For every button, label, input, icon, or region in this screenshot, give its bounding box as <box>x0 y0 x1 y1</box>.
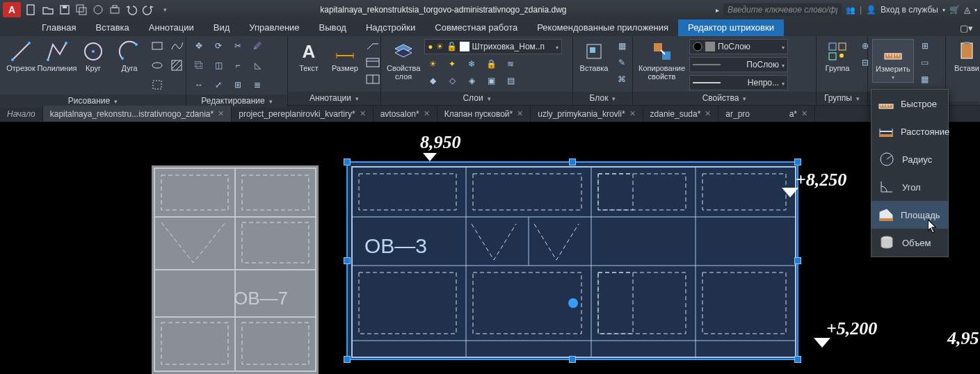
tab-start[interactable]: Начало <box>0 106 43 122</box>
mirror-icon[interactable]: ◫ <box>210 58 227 72</box>
paste-button[interactable]: Встави <box>950 39 980 74</box>
close-icon[interactable]: ✕ <box>629 109 636 118</box>
hatch-icon[interactable] <box>168 58 185 72</box>
measure-radius[interactable]: Радиус <box>871 145 948 173</box>
tab-manage[interactable]: Управление <box>239 19 309 36</box>
block-insert-button[interactable]: Вставка <box>577 39 611 74</box>
undo-icon[interactable] <box>125 3 138 16</box>
grip[interactable] <box>569 158 576 165</box>
open-icon[interactable] <box>42 3 54 16</box>
stretch-icon[interactable]: ↔ <box>191 78 207 92</box>
qat-dropdown-icon[interactable]: ▾ <box>159 3 171 16</box>
block-attr-icon[interactable]: ⌘ <box>613 72 630 86</box>
redo-icon[interactable] <box>142 3 154 16</box>
tab-file-6[interactable]: zdanie_suda*✕ <box>643 106 719 122</box>
cart-icon[interactable]: 🛒 <box>949 5 960 15</box>
grip[interactable] <box>344 257 351 264</box>
text-button[interactable]: AТекст <box>292 39 326 74</box>
table-icon[interactable] <box>364 56 381 70</box>
layer-e-icon[interactable]: ▤ <box>502 74 519 88</box>
layer-combo[interactable]: ● ☀ 🔓 Штриховка_Ном..п <box>424 39 562 54</box>
tab-file-7[interactable]: ar_pro a*✕ <box>718 106 815 122</box>
move-icon[interactable]: ✥ <box>191 39 207 53</box>
grip[interactable] <box>794 158 801 165</box>
table2-icon[interactable] <box>364 72 381 86</box>
line-button[interactable]: Отрезок <box>4 39 38 74</box>
color-combo[interactable]: ПоСлою <box>689 39 788 54</box>
new-icon[interactable] <box>25 3 38 16</box>
chamfer-icon[interactable]: ◺ <box>249 58 266 72</box>
tab-file-4[interactable]: Клапан пусковой*✕ <box>437 106 531 122</box>
dimension-button[interactable]: Размер <box>328 39 362 74</box>
layer-off-icon[interactable]: ✦ <box>444 57 460 71</box>
tab-output[interactable]: Вывод <box>310 19 356 36</box>
match-properties-button[interactable]: Копирование свойств <box>637 39 686 82</box>
search-group-icon[interactable]: 👥 <box>846 6 856 15</box>
grip[interactable] <box>569 356 576 363</box>
layer-iso-icon[interactable]: ☀ <box>424 57 441 71</box>
spline-icon[interactable] <box>168 39 185 53</box>
close-icon[interactable]: ✕ <box>517 109 523 118</box>
close-icon[interactable]: ✕ <box>705 109 711 118</box>
close-icon[interactable]: ✕ <box>360 109 366 118</box>
array-icon[interactable]: ⊞ <box>230 78 246 92</box>
rectangle-icon[interactable] <box>149 39 166 53</box>
layer-properties-button[interactable]: Свойства слоя <box>385 39 421 82</box>
grip[interactable] <box>344 356 351 363</box>
arc-button[interactable]: Дуга <box>113 39 146 74</box>
block-edit-icon[interactable]: ✎ <box>613 56 630 70</box>
polyline-button[interactable]: Полилиния <box>40 39 74 74</box>
tab-home[interactable]: Главная <box>32 19 86 36</box>
tab-file-2[interactable]: project_pereplanirovki_kvartiry*✕ <box>232 106 373 122</box>
layer-freeze-icon[interactable]: ❄ <box>463 57 480 71</box>
count-icon[interactable]: ⊞ <box>917 39 933 53</box>
panel-annot-title[interactable]: Аннотации <box>310 93 351 103</box>
save-icon[interactable] <box>58 3 71 16</box>
trim-icon[interactable]: ✂ <box>230 39 246 53</box>
grip[interactable] <box>794 356 801 363</box>
tab-file-5[interactable]: uzly_primykania_krovli*✕ <box>531 106 643 122</box>
share-icon[interactable]: ▸ <box>716 6 719 14</box>
rotate-icon[interactable]: ⟳ <box>210 39 227 53</box>
group-button[interactable]: Группа <box>821 39 854 74</box>
grip[interactable] <box>344 158 351 165</box>
panel-layers-title[interactable]: Слои <box>463 93 483 103</box>
tab-file-1[interactable]: kapitalnaya_rekonstru...istrativnogo_zda… <box>43 106 232 122</box>
layer-lock-icon[interactable]: 🔒 <box>483 57 499 71</box>
keyword-search-input[interactable] <box>723 3 842 16</box>
tab-view[interactable]: Вид <box>204 19 240 36</box>
copy-icon[interactable]: ⿻ <box>191 58 207 72</box>
panel-modify-title[interactable]: Редактирование <box>201 96 264 106</box>
close-icon[interactable]: ✕ <box>218 109 224 118</box>
panel-group-title[interactable]: Группы <box>824 93 852 103</box>
app-logo[interactable]: A <box>3 2 21 17</box>
qselect-icon[interactable]: ▦ <box>917 72 933 86</box>
offset-icon[interactable]: ≣ <box>249 78 266 92</box>
close-icon[interactable]: ✕ <box>801 109 808 118</box>
close-icon[interactable]: ✕ <box>424 109 430 118</box>
lineweight-combo[interactable]: ПоСлою <box>689 57 788 72</box>
tab-featured[interactable]: Рекомендованные приложения <box>527 19 678 36</box>
panel-props-title[interactable]: Свойства <box>702 93 739 103</box>
measure-button[interactable]: Измерить▾ <box>872 39 914 83</box>
grip[interactable] <box>794 257 801 264</box>
block-create-icon[interactable]: ▦ <box>613 39 630 53</box>
ellipse-icon[interactable] <box>149 58 166 72</box>
tab-annotate[interactable]: Аннотации <box>139 19 204 36</box>
select-icon[interactable]: ▭ <box>917 56 933 70</box>
circle-button[interactable]: Круг <box>77 39 110 74</box>
point-icon[interactable] <box>149 78 166 92</box>
web-icon[interactable] <box>92 3 104 16</box>
plot-icon[interactable] <box>109 3 121 16</box>
scale-icon[interactable]: ⤢ <box>210 78 227 92</box>
layer-d-icon[interactable]: ▣ <box>483 74 499 88</box>
measure-angle[interactable]: Угол <box>871 173 948 201</box>
layer-a-icon[interactable]: ◆ <box>424 74 441 88</box>
measure-distance[interactable]: Расстояние <box>871 117 948 145</box>
fillet-icon[interactable]: ⌐ <box>230 58 246 72</box>
panel-draw-title[interactable]: Рисование <box>68 96 110 106</box>
panel-block-title[interactable]: Блок <box>590 93 609 103</box>
tab-hatch-editor[interactable]: Редактор штриховки <box>678 19 784 36</box>
apps-icon[interactable]: ◬ <box>964 5 970 15</box>
tab-file-3[interactable]: avtosalon*✕ <box>373 106 437 122</box>
